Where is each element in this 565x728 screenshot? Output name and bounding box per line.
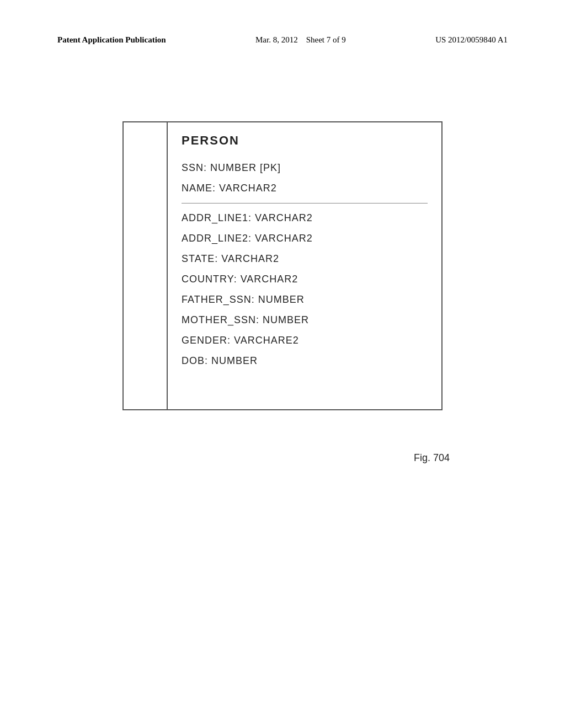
field-dob: DOB: NUMBER [182, 351, 428, 371]
header-patent-number: US 2012/0059840 A1 [435, 34, 508, 46]
field-addr2: ADDR_LINE2: VARCHAR2 [182, 228, 428, 249]
page-header: Patent Application Publication Mar. 8, 2… [0, 34, 565, 46]
field-ssn: SSN: NUMBER [PK] [182, 158, 428, 178]
field-addr1: ADDR_LINE1: VARCHAR2 [182, 208, 428, 228]
field-state: STATE: VARCHAR2 [182, 249, 428, 269]
field-divider [182, 203, 428, 204]
field-name: NAME: VARCHAR2 [182, 178, 428, 199]
publication-text: Patent Application Publication [57, 35, 166, 44]
field-country: COUNTRY: VARCHAR2 [182, 269, 428, 290]
header-publication-label: Patent Application Publication [57, 34, 166, 46]
entity-left-col [124, 122, 168, 409]
header-date: Mar. 8, 2012 Sheet 7 of 9 [255, 35, 346, 44]
diagram-container: PERSON SSN: NUMBER [PK] NAME: VARCHAR2 A… [122, 121, 443, 410]
entity-name: PERSON [182, 133, 428, 148]
field-mother-ssn: MOTHER_SSN: NUMBER [182, 310, 428, 330]
field-father-ssn: FATHER_SSN: NUMBER [182, 290, 428, 310]
main-diagram-area: PERSON SSN: NUMBER [PK] NAME: VARCHAR2 A… [44, 121, 521, 410]
field-gender: GENDER: VARCHARE2 [182, 330, 428, 351]
figure-label: Fig. 704 [414, 452, 450, 464]
entity-table: PERSON SSN: NUMBER [PK] NAME: VARCHAR2 A… [122, 121, 443, 410]
entity-fields-col: PERSON SSN: NUMBER [PK] NAME: VARCHAR2 A… [168, 122, 441, 409]
header-date-sheet: Mar. 8, 2012 Sheet 7 of 9 [255, 34, 346, 46]
